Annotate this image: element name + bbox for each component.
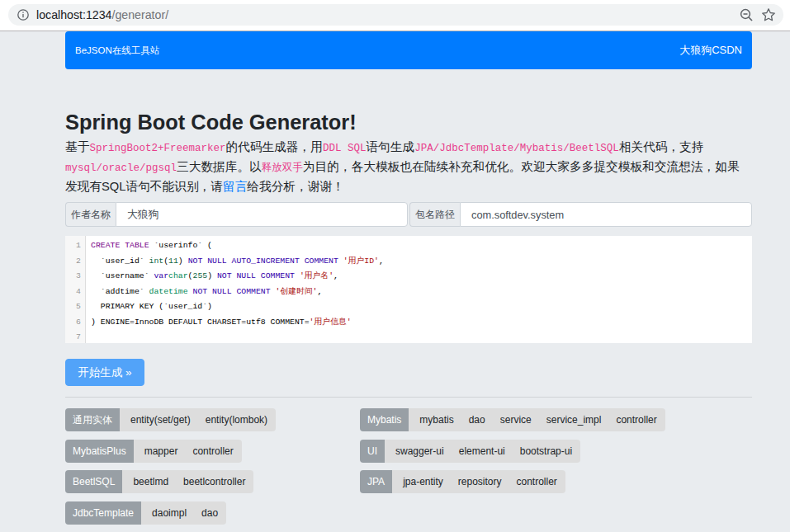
code-line: [86, 330, 752, 346]
tag-group-items: entity(set/get)entity(lombok): [120, 408, 276, 431]
tag-item[interactable]: service: [500, 414, 532, 426]
tag-item[interactable]: controller: [517, 476, 557, 487]
desc-text: 给我分析，谢谢！: [247, 180, 344, 193]
tag-item[interactable]: jpa-entity: [403, 476, 443, 487]
tag-group-MybatisPlus: MybatisPlusmappercontroller: [65, 440, 242, 463]
tag-group-items: mybatisdaoserviceservice_implcontroller: [409, 408, 665, 431]
tag-item[interactable]: mybatis: [419, 414, 453, 426]
bookmark-star-icon[interactable]: [761, 7, 776, 22]
tag-group-label[interactable]: UI: [360, 440, 385, 463]
code-token: PRIMARY KEY (`user_id`): [91, 302, 212, 311]
code-token: '用户名': [300, 271, 334, 280]
sql-editor[interactable]: 1234567 CREATE TABLE `userinfo` ( `user_…: [65, 236, 752, 343]
code-token: ,: [334, 271, 338, 280]
tag-group-JdbcTemplate: JdbcTemplatedaoimpldao: [65, 501, 226, 525]
page-description: 基于SpringBoot2+Freemarker的代码生成器，用DDL SQL语…: [65, 137, 775, 196]
navbar: BeJSON在线工具站 大狼狗CSDN: [65, 31, 752, 69]
form-row: 作者名称 大狼狗 包名路径 com.softdev.system: [65, 202, 752, 227]
line-number: 6: [65, 315, 85, 331]
code-token: var: [154, 271, 168, 280]
author-input[interactable]: 大狼狗: [116, 202, 408, 227]
divider: [65, 397, 752, 398]
address-bar[interactable]: localhost:1234/generator/: [8, 4, 783, 26]
desc-text: 语句生成: [366, 140, 414, 153]
zoom-out-icon[interactable]: [739, 7, 754, 22]
tag-group-label[interactable]: JPA: [360, 470, 392, 493]
tag-group-label[interactable]: 通用实体: [65, 408, 120, 431]
url-host: localhost:1234: [36, 8, 112, 21]
desc-line: 发现有SQL语句不能识别，请留言给我分析，谢谢！: [65, 177, 775, 196]
code-token: ): [207, 271, 217, 280]
code-token: '用户ID': [343, 257, 379, 266]
tag-item[interactable]: bootstrap-ui: [520, 445, 572, 457]
tag-item[interactable]: repository: [458, 476, 502, 487]
code-token: '用户信息': [310, 318, 352, 327]
desc-text: 的代码生成器，用: [225, 140, 323, 153]
navbar-right-link[interactable]: 大狼狗CSDN: [679, 43, 742, 58]
browser-toolbar: localhost:1234/generator/: [0, 0, 790, 31]
template-tags: 通用实体entity(set/get)entity(lombok)Mybatis…: [65, 408, 752, 532]
code-token: NOT NULL AUTO_INCREMENT COMMENT: [188, 257, 338, 266]
line-number: 2: [65, 254, 85, 270]
sql-editor-gutter: 1234567: [65, 236, 86, 343]
generate-button[interactable]: 开始生成 »: [65, 359, 144, 386]
desc-text: 三大数据库。以: [177, 160, 262, 173]
code-token: `user_id`: [91, 257, 149, 266]
page-body: BeJSON在线工具站 大狼狗CSDN Spring Boot Code Gen…: [0, 31, 790, 532]
code-token: NOT NULL COMMENT: [217, 271, 295, 280]
desc-text: 为目的，各大模板也在陆续补充和优化。欢迎大家多多提交模板和交流想法，如果: [303, 160, 740, 173]
line-number: 5: [65, 299, 85, 315]
url-text[interactable]: localhost:1234/generator/: [36, 8, 739, 21]
package-label: 包名路径: [409, 202, 460, 227]
tag-group-JPA: JPAjpa-entityrepositorycontroller: [360, 470, 565, 493]
code-token: char: [168, 271, 188, 280]
message-link[interactable]: 留言: [223, 180, 247, 193]
desc-code: SpringBoot2+Freemarker: [89, 143, 225, 154]
code-token: 11: [168, 257, 178, 266]
tag-item[interactable]: controller: [192, 445, 233, 457]
tag-item[interactable]: entity(lombok): [206, 414, 267, 426]
code-token: `username`: [91, 271, 154, 280]
tag-group-label[interactable]: JdbcTemplate: [65, 501, 141, 525]
tag-item[interactable]: entity(set/get): [130, 414, 191, 426]
sql-code-lines: CREATE TABLE `userinfo` ( `user_id` int(…: [86, 236, 752, 346]
tag-group-items: jpa-entityrepositorycontroller: [392, 470, 565, 493]
author-field-group: 作者名称 大狼狗: [65, 202, 408, 227]
desc-text: 基于: [65, 140, 89, 153]
code-token: datetime: [149, 287, 188, 296]
tag-item[interactable]: daoimpl: [152, 507, 187, 519]
tag-item[interactable]: beetlmd: [133, 476, 168, 487]
tag-group-通用实体: 通用实体entity(set/get)entity(lombok): [65, 408, 276, 431]
tag-group-UI: UIswagger-uielement-uibootstrap-ui: [360, 440, 580, 463]
tag-item[interactable]: mapper: [144, 445, 178, 457]
desc-line: mysql/oracle/pgsql三大数据库。以释放双手为目的，各大模板也在陆…: [65, 157, 775, 177]
tag-item[interactable]: service_impl: [546, 414, 602, 426]
tag-group-BeetlSQL: BeetlSQLbeetlmdbeetlcontroller: [65, 470, 253, 493]
navbar-brand[interactable]: BeJSON在线工具站: [75, 45, 159, 57]
info-icon[interactable]: [17, 9, 29, 21]
tag-group-label[interactable]: Mybatis: [360, 408, 409, 431]
tag-item[interactable]: dao: [469, 414, 485, 426]
tag-group-items: daoimpldao: [141, 501, 226, 525]
code-line: ) ENGINE=InnoDB DEFAULT CHARSET=utf8 COM…: [86, 315, 752, 331]
tag-item[interactable]: controller: [616, 414, 656, 426]
tag-group-Mybatis: Mybatismybatisdaoserviceservice_implcont…: [360, 408, 665, 431]
package-field-group: 包名路径 com.softdev.system: [409, 202, 752, 227]
code-token: ,: [379, 257, 384, 266]
desc-code: DDL SQL: [323, 143, 367, 154]
line-number: 3: [65, 269, 85, 285]
tag-item[interactable]: dao: [201, 507, 218, 519]
tag-group-label[interactable]: MybatisPlus: [65, 440, 134, 463]
code-token: NOT NULL COMMENT: [193, 287, 271, 296]
tag-item[interactable]: swagger-ui: [395, 445, 444, 457]
code-line: CREATE TABLE `userinfo` (: [86, 238, 752, 254]
tag-item[interactable]: element-ui: [459, 445, 505, 457]
package-input[interactable]: com.softdev.system: [460, 202, 752, 227]
code-token: '创建时间': [275, 287, 317, 296]
tag-group-items: mappercontroller: [134, 440, 242, 463]
tag-group-label[interactable]: BeetlSQL: [65, 470, 122, 493]
tag-item[interactable]: beetlcontroller: [183, 476, 245, 487]
code-token: ) ENGINE=InnoDB DEFAULT CHARSET=utf8 COM…: [91, 318, 310, 327]
line-number: 4: [65, 285, 85, 300]
code-line: `addtime` datetime NOT NULL COMMENT '创建时…: [86, 285, 752, 300]
